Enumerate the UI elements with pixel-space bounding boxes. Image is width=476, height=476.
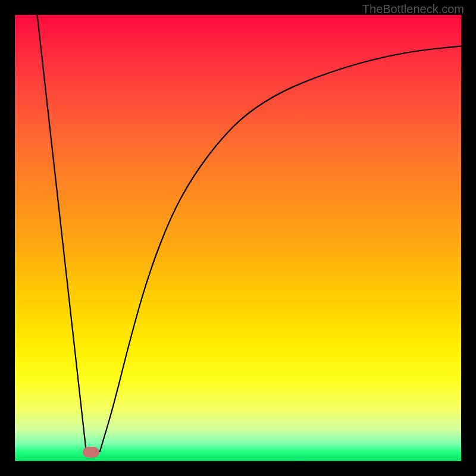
curve-right-segment (100, 46, 462, 453)
curve-left-segment (37, 15, 87, 452)
optimal-point-marker (83, 447, 99, 458)
attribution-text: TheBottleneck.com (362, 2, 464, 16)
chart-plot-area (15, 15, 461, 461)
chart-curve (15, 15, 461, 461)
